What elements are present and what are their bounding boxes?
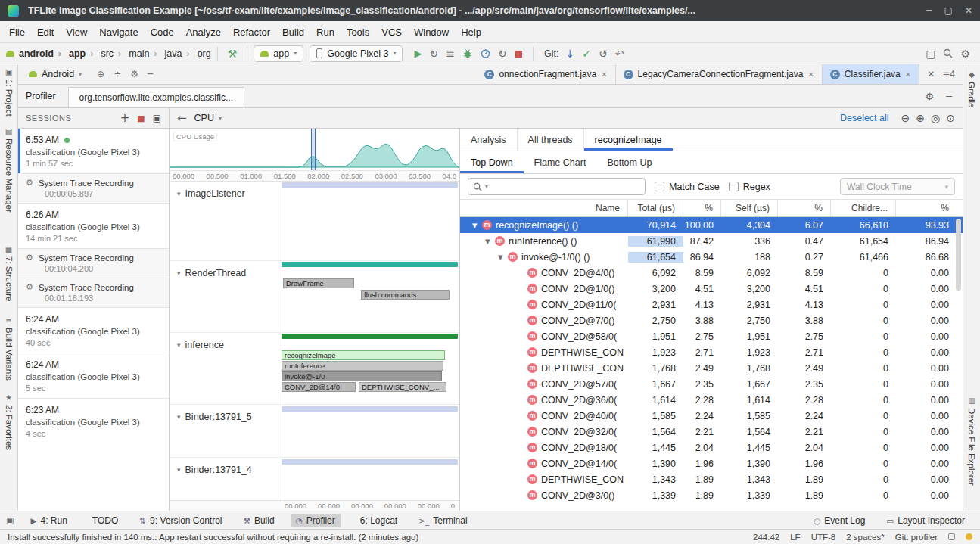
profiler-settings-icon[interactable]: ⚙ — [926, 91, 935, 102]
menu-item[interactable]: Run — [310, 24, 341, 40]
column-header[interactable]: % — [683, 200, 721, 216]
session-item[interactable]: 6:23 AM classification (Google Pixel 3) … — [18, 398, 169, 443]
trace-event[interactable]: DrawFrame — [283, 278, 354, 288]
column-header[interactable]: Self (µs) — [721, 200, 778, 216]
breadcrumb-item[interactable]: main — [114, 48, 149, 59]
collapse-all-icon[interactable]: ÷ — [114, 69, 121, 79]
editor-tab[interactable]: C onnectionFragment.java ✕ — [477, 64, 615, 84]
reset-zoom-icon[interactable]: ◎ — [931, 112, 940, 124]
vertical-scrollbar[interactable] — [956, 219, 961, 291]
match-case-checkbox[interactable]: Match Case — [655, 182, 720, 192]
profiler-type-select[interactable]: CPU ▾ — [194, 113, 222, 123]
hide-panel-icon[interactable]: ─ — [148, 69, 153, 79]
breadcrumb-item[interactable]: java — [149, 48, 182, 59]
menu-item[interactable]: View — [60, 24, 93, 40]
column-header[interactable]: % — [778, 200, 831, 216]
line-separator[interactable]: LF — [790, 533, 800, 542]
analysis-tab[interactable]: Analysis — [460, 129, 517, 151]
zoom-to-selection-icon[interactable]: ⊙ — [946, 112, 955, 124]
session-item[interactable]: 00:00:05.897 ⚙ System Trace Recording 00… — [18, 173, 169, 203]
collapse-thread-icon[interactable]: ▾ — [177, 269, 181, 277]
cpu-usage-chart[interactable]: CPU Usage — [170, 129, 459, 171]
device-select[interactable]: Google Pixel 3 ▾ — [310, 45, 403, 62]
debug-button[interactable] — [462, 48, 473, 59]
device-manager-icon[interactable]: ▢ — [926, 48, 935, 60]
minimize-tool-icon[interactable]: ─ — [946, 91, 952, 102]
tool-strip-button[interactable]: ▥ Device File Explorer — [967, 396, 976, 486]
trace-event[interactable]: flush commands — [361, 290, 450, 300]
analysis-subtab[interactable]: Flame Chart — [524, 151, 597, 173]
table-row[interactable]: m CONV_2D@3/0() 1,339 1.89 1,339 1.89 0 … — [460, 487, 963, 503]
caret-position[interactable]: 244:42 — [753, 533, 779, 542]
locate-file-icon[interactable]: ⊕ — [97, 69, 104, 79]
view-options-icon[interactable]: ⚙ — [130, 69, 138, 79]
close-tab-icon[interactable]: ✕ — [807, 70, 814, 79]
tool-strip-button[interactable]: ★ 2: Favorites — [5, 393, 14, 450]
menu-item[interactable]: Analyze — [180, 24, 227, 40]
stop-button[interactable]: ■ — [515, 48, 523, 59]
column-header[interactable]: % — [896, 200, 963, 216]
trace-event[interactable]: DEPTHWISE_CONV_... — [359, 382, 446, 392]
regex-checkbox[interactable]: Regex — [729, 182, 770, 192]
menu-item[interactable]: File — [3, 24, 31, 40]
expander-icon[interactable] — [498, 253, 508, 261]
search-everywhere-icon[interactable] — [943, 48, 953, 58]
settings-icon[interactable]: ⚙ — [960, 48, 970, 60]
analysis-subtab[interactable]: Top Down — [460, 151, 524, 173]
breadcrumb-item[interactable]: src — [86, 48, 114, 59]
thread-state-track[interactable] — [282, 459, 458, 465]
thread-row-inference[interactable]: recognizeImage runInference invoke@-1/0 … — [170, 333, 459, 405]
zoom-out-icon[interactable]: ⊖ — [901, 112, 910, 124]
git-history-button[interactable]: ↺ — [599, 48, 608, 60]
minimize-window-icon[interactable]: ─ — [926, 5, 932, 16]
breadcrumb-item[interactable]: android — [19, 48, 54, 59]
thread-state-track[interactable] — [282, 182, 458, 188]
editor-tab[interactable]: C LegacyCameraConnectionFragment.java ✕ — [616, 64, 823, 84]
collapse-sessions-icon[interactable]: ▣ — [153, 113, 161, 123]
stop-recording-icon[interactable]: ■ — [137, 113, 145, 123]
table-row[interactable]: m CONV_2D@58/0( 1,951 2.75 1,951 2.75 0 … — [460, 328, 963, 344]
file-encoding[interactable]: UTF-8 — [811, 533, 836, 542]
close-window-icon[interactable]: ✕ — [965, 5, 972, 16]
zoom-in-icon[interactable]: ⊕ — [916, 112, 925, 124]
session-item[interactable]: 6:24 AM classification (Google Pixel 3) … — [18, 307, 169, 353]
hidden-tabs-dropdown[interactable]: ≡4 — [942, 69, 955, 79]
collapse-thread-icon[interactable]: ▾ — [177, 466, 181, 474]
git-rollback-button[interactable]: ↶ — [615, 48, 624, 60]
menu-item[interactable]: Navigate — [93, 24, 144, 40]
analysis-tab[interactable]: recognizeImage — [583, 129, 673, 151]
thread-state-track[interactable] — [282, 334, 458, 339]
apply-changes-button[interactable]: ↻ — [429, 48, 438, 60]
editor-tab[interactable]: C Classifier.java ✕ — [823, 64, 919, 84]
indent-style[interactable]: 2 spaces* — [846, 533, 885, 542]
profiler-session-tab[interactable]: org.tensorflow.lite.examples.classific..… — [68, 87, 244, 107]
close-all-icon[interactable]: ✕ — [927, 69, 935, 79]
table-row[interactable]: m CONV_2D@14/0( 1,390 1.96 1,390 1.96 0 … — [460, 455, 963, 471]
trace-event[interactable]: recognizeImage — [282, 350, 445, 360]
table-row[interactable]: m CONV_2D@7/0() 2,750 3.88 2,750 3.88 0 … — [460, 312, 963, 328]
trace-event[interactable]: CONV_2D@14/0 — [282, 382, 356, 392]
table-row[interactable]: m runInference() () 61,990 87.42 336 0.4… — [460, 233, 963, 249]
tool-strip-button[interactable]: ◆ Gradle — [967, 70, 976, 108]
close-tab-icon[interactable]: ✕ — [601, 70, 607, 79]
table-row[interactable]: m DEPTHWISE_CON 1,768 2.49 1,768 2.49 0 … — [460, 360, 963, 376]
collapse-thread-icon[interactable]: ▾ — [177, 341, 181, 349]
session-item[interactable]: 00:01:16.193 ⚙ System Trace Recording 00… — [18, 278, 169, 307]
menu-item[interactable]: Build — [276, 24, 310, 40]
menu-item[interactable]: Edit — [31, 24, 60, 40]
toolwindow-button[interactable]: >_ Terminal — [413, 514, 472, 527]
analysis-subtab[interactable]: Bottom Up — [596, 151, 662, 173]
expander-icon[interactable] — [472, 222, 482, 229]
thread-state-track[interactable] — [282, 406, 458, 412]
title-bar[interactable]: TFLite Image Classification Example [~/o… — [0, 0, 980, 21]
menu-item[interactable]: Code — [145, 24, 180, 40]
toolwindow-button[interactable]: ◔ Profiler — [291, 514, 341, 527]
thread-row-imagelistener[interactable]: ▾ImageListener — [170, 182, 459, 261]
menu-item[interactable]: Refactor — [227, 24, 276, 40]
close-tab-icon[interactable]: ✕ — [905, 70, 911, 79]
toolwindow-button[interactable]: ⚒ Build — [238, 514, 280, 527]
analysis-tab[interactable]: All threads — [517, 129, 583, 151]
search-history-icon[interactable]: ▾ — [485, 183, 488, 190]
table-row[interactable]: m CONV_2D@40/0( 1,585 2.24 1,585 2.24 0 … — [460, 408, 963, 424]
tool-strip-button[interactable]: ▣ 1: Project — [5, 68, 14, 117]
